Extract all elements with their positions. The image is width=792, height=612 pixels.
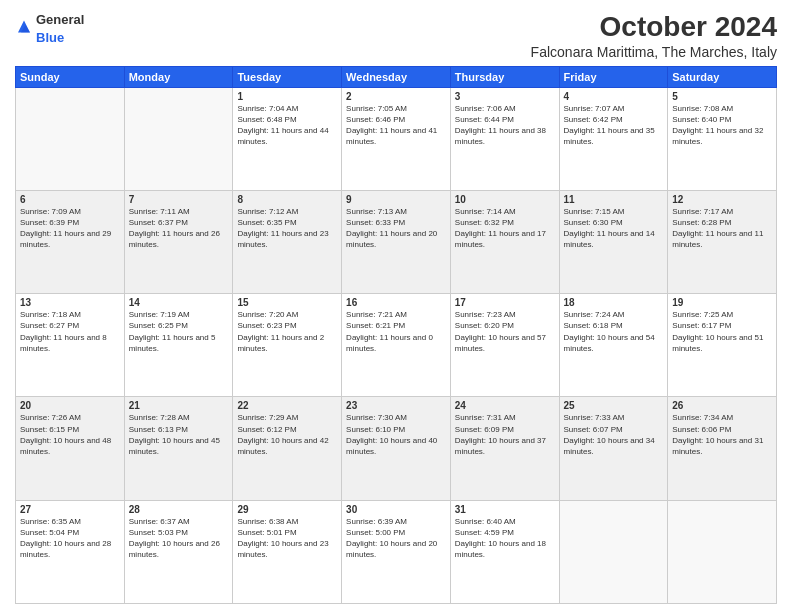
calendar-subtitle: Falconara Marittima, The Marches, Italy <box>531 44 777 60</box>
calendar-cell: 12Sunrise: 7:17 AM Sunset: 6:28 PM Dayli… <box>668 190 777 293</box>
day-number: 20 <box>20 400 120 411</box>
day-info: Sunrise: 7:31 AM Sunset: 6:09 PM Dayligh… <box>455 412 555 457</box>
calendar-cell: 29Sunrise: 6:38 AM Sunset: 5:01 PM Dayli… <box>233 500 342 603</box>
calendar-title: October 2024 <box>531 10 777 44</box>
calendar-cell: 11Sunrise: 7:15 AM Sunset: 6:30 PM Dayli… <box>559 190 668 293</box>
calendar-cell: 13Sunrise: 7:18 AM Sunset: 6:27 PM Dayli… <box>16 294 125 397</box>
calendar-cell: 22Sunrise: 7:29 AM Sunset: 6:12 PM Dayli… <box>233 397 342 500</box>
day-info: Sunrise: 7:24 AM Sunset: 6:18 PM Dayligh… <box>564 309 664 354</box>
day-number: 8 <box>237 194 337 205</box>
day-number: 25 <box>564 400 664 411</box>
calendar-cell <box>559 500 668 603</box>
logo-icon <box>15 19 33 37</box>
day-number: 1 <box>237 91 337 102</box>
calendar-cell: 30Sunrise: 6:39 AM Sunset: 5:00 PM Dayli… <box>342 500 451 603</box>
calendar-cell: 19Sunrise: 7:25 AM Sunset: 6:17 PM Dayli… <box>668 294 777 397</box>
calendar-cell <box>124 87 233 190</box>
day-number: 30 <box>346 504 446 515</box>
day-number: 5 <box>672 91 772 102</box>
calendar-cell: 28Sunrise: 6:37 AM Sunset: 5:03 PM Dayli… <box>124 500 233 603</box>
calendar-cell: 21Sunrise: 7:28 AM Sunset: 6:13 PM Dayli… <box>124 397 233 500</box>
calendar-cell: 4Sunrise: 7:07 AM Sunset: 6:42 PM Daylig… <box>559 87 668 190</box>
day-number: 10 <box>455 194 555 205</box>
day-number: 26 <box>672 400 772 411</box>
day-number: 2 <box>346 91 446 102</box>
day-info: Sunrise: 6:39 AM Sunset: 5:00 PM Dayligh… <box>346 516 446 561</box>
day-number: 12 <box>672 194 772 205</box>
day-number: 28 <box>129 504 229 515</box>
day-info: Sunrise: 7:28 AM Sunset: 6:13 PM Dayligh… <box>129 412 229 457</box>
calendar-cell: 16Sunrise: 7:21 AM Sunset: 6:21 PM Dayli… <box>342 294 451 397</box>
title-block: October 2024 Falconara Marittima, The Ma… <box>531 10 777 60</box>
calendar-cell: 18Sunrise: 7:24 AM Sunset: 6:18 PM Dayli… <box>559 294 668 397</box>
day-info: Sunrise: 7:25 AM Sunset: 6:17 PM Dayligh… <box>672 309 772 354</box>
day-info: Sunrise: 7:09 AM Sunset: 6:39 PM Dayligh… <box>20 206 120 251</box>
day-info: Sunrise: 7:07 AM Sunset: 6:42 PM Dayligh… <box>564 103 664 148</box>
calendar-cell: 27Sunrise: 6:35 AM Sunset: 5:04 PM Dayli… <box>16 500 125 603</box>
day-info: Sunrise: 7:13 AM Sunset: 6:33 PM Dayligh… <box>346 206 446 251</box>
day-info: Sunrise: 7:19 AM Sunset: 6:25 PM Dayligh… <box>129 309 229 354</box>
day-info: Sunrise: 7:04 AM Sunset: 6:48 PM Dayligh… <box>237 103 337 148</box>
day-info: Sunrise: 7:30 AM Sunset: 6:10 PM Dayligh… <box>346 412 446 457</box>
day-number: 9 <box>346 194 446 205</box>
calendar-cell: 10Sunrise: 7:14 AM Sunset: 6:32 PM Dayli… <box>450 190 559 293</box>
day-info: Sunrise: 7:20 AM Sunset: 6:23 PM Dayligh… <box>237 309 337 354</box>
calendar-cell: 6Sunrise: 7:09 AM Sunset: 6:39 PM Daylig… <box>16 190 125 293</box>
day-info: Sunrise: 7:05 AM Sunset: 6:46 PM Dayligh… <box>346 103 446 148</box>
calendar-cell <box>668 500 777 603</box>
day-info: Sunrise: 7:34 AM Sunset: 6:06 PM Dayligh… <box>672 412 772 457</box>
week-row-3: 13Sunrise: 7:18 AM Sunset: 6:27 PM Dayli… <box>16 294 777 397</box>
logo: General Blue <box>15 10 84 46</box>
calendar-cell: 3Sunrise: 7:06 AM Sunset: 6:44 PM Daylig… <box>450 87 559 190</box>
weekday-saturday: Saturday <box>668 66 777 87</box>
week-row-2: 6Sunrise: 7:09 AM Sunset: 6:39 PM Daylig… <box>16 190 777 293</box>
calendar-cell: 8Sunrise: 7:12 AM Sunset: 6:35 PM Daylig… <box>233 190 342 293</box>
day-number: 18 <box>564 297 664 308</box>
weekday-header-row: SundayMondayTuesdayWednesdayThursdayFrid… <box>16 66 777 87</box>
calendar-table: SundayMondayTuesdayWednesdayThursdayFrid… <box>15 66 777 604</box>
day-number: 23 <box>346 400 446 411</box>
day-info: Sunrise: 7:26 AM Sunset: 6:15 PM Dayligh… <box>20 412 120 457</box>
logo-general: General <box>36 12 84 27</box>
calendar-cell: 20Sunrise: 7:26 AM Sunset: 6:15 PM Dayli… <box>16 397 125 500</box>
day-info: Sunrise: 6:38 AM Sunset: 5:01 PM Dayligh… <box>237 516 337 561</box>
weekday-wednesday: Wednesday <box>342 66 451 87</box>
week-row-5: 27Sunrise: 6:35 AM Sunset: 5:04 PM Dayli… <box>16 500 777 603</box>
calendar-cell: 23Sunrise: 7:30 AM Sunset: 6:10 PM Dayli… <box>342 397 451 500</box>
day-number: 11 <box>564 194 664 205</box>
week-row-1: 1Sunrise: 7:04 AM Sunset: 6:48 PM Daylig… <box>16 87 777 190</box>
day-number: 27 <box>20 504 120 515</box>
day-info: Sunrise: 6:37 AM Sunset: 5:03 PM Dayligh… <box>129 516 229 561</box>
day-number: 14 <box>129 297 229 308</box>
calendar-cell <box>16 87 125 190</box>
day-info: Sunrise: 7:14 AM Sunset: 6:32 PM Dayligh… <box>455 206 555 251</box>
header: General Blue October 2024 Falconara Mari… <box>15 10 777 60</box>
day-number: 24 <box>455 400 555 411</box>
calendar-cell: 31Sunrise: 6:40 AM Sunset: 4:59 PM Dayli… <box>450 500 559 603</box>
day-number: 6 <box>20 194 120 205</box>
day-info: Sunrise: 7:23 AM Sunset: 6:20 PM Dayligh… <box>455 309 555 354</box>
logo-blue: Blue <box>36 30 64 45</box>
calendar-cell: 5Sunrise: 7:08 AM Sunset: 6:40 PM Daylig… <box>668 87 777 190</box>
day-info: Sunrise: 7:08 AM Sunset: 6:40 PM Dayligh… <box>672 103 772 148</box>
day-number: 29 <box>237 504 337 515</box>
day-number: 31 <box>455 504 555 515</box>
day-info: Sunrise: 7:06 AM Sunset: 6:44 PM Dayligh… <box>455 103 555 148</box>
day-number: 15 <box>237 297 337 308</box>
calendar-cell: 26Sunrise: 7:34 AM Sunset: 6:06 PM Dayli… <box>668 397 777 500</box>
day-number: 7 <box>129 194 229 205</box>
calendar-cell: 25Sunrise: 7:33 AM Sunset: 6:07 PM Dayli… <box>559 397 668 500</box>
calendar-cell: 9Sunrise: 7:13 AM Sunset: 6:33 PM Daylig… <box>342 190 451 293</box>
day-info: Sunrise: 7:15 AM Sunset: 6:30 PM Dayligh… <box>564 206 664 251</box>
weekday-friday: Friday <box>559 66 668 87</box>
day-number: 21 <box>129 400 229 411</box>
calendar-cell: 1Sunrise: 7:04 AM Sunset: 6:48 PM Daylig… <box>233 87 342 190</box>
day-number: 4 <box>564 91 664 102</box>
weekday-thursday: Thursday <box>450 66 559 87</box>
calendar-cell: 17Sunrise: 7:23 AM Sunset: 6:20 PM Dayli… <box>450 294 559 397</box>
calendar-cell: 2Sunrise: 7:05 AM Sunset: 6:46 PM Daylig… <box>342 87 451 190</box>
day-info: Sunrise: 7:29 AM Sunset: 6:12 PM Dayligh… <box>237 412 337 457</box>
weekday-monday: Monday <box>124 66 233 87</box>
day-number: 16 <box>346 297 446 308</box>
calendar-cell: 24Sunrise: 7:31 AM Sunset: 6:09 PM Dayli… <box>450 397 559 500</box>
